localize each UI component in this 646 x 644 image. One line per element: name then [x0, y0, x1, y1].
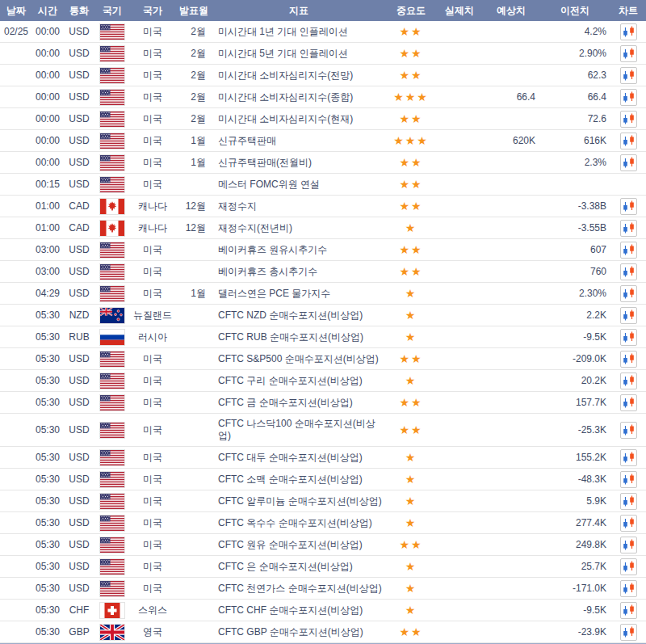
- candlestick-chart-icon[interactable]: [620, 111, 637, 128]
- event-row: 01:00 CAD 캐나다 12월 재정수지 ★★ -3.38B: [0, 196, 646, 217]
- indicator-link[interactable]: CFTC 옥수수 순매수포지션(비상업): [218, 517, 372, 528]
- currency-cell: USD: [63, 288, 95, 299]
- event-row: 05:30 USD 미국 CFTC 원유 순매수포지션(비상업) ★★ 249.…: [0, 534, 646, 556]
- previous-value-cell: 157.7K: [539, 397, 610, 408]
- currency-cell: CAD: [63, 222, 95, 234]
- candlestick-chart-icon[interactable]: [620, 242, 637, 259]
- flag-us-icon: [99, 515, 125, 532]
- time-cell: 05:30: [32, 452, 63, 463]
- flag-us-icon: [99, 133, 125, 149]
- candlestick-chart-icon[interactable]: [620, 558, 637, 575]
- candlestick-chart-icon[interactable]: [620, 351, 637, 368]
- event-row: 03:00 USD 미국 베이커휴즈 원유시추기수 ★★ 607: [0, 239, 646, 261]
- candlestick-chart-icon[interactable]: [620, 537, 637, 554]
- candlestick-chart-icon[interactable]: [620, 449, 637, 466]
- candlestick-chart-icon[interactable]: [620, 263, 637, 280]
- candlestick-chart-icon[interactable]: [620, 602, 637, 619]
- candlestick-chart-icon[interactable]: [620, 394, 637, 411]
- flag-us-icon: [99, 493, 125, 510]
- currency-cell: USD: [63, 135, 95, 146]
- candlestick-chart-icon[interactable]: [620, 45, 637, 62]
- currency-cell: USD: [63, 26, 95, 37]
- time-cell: 05:30: [32, 626, 63, 638]
- indicator-link[interactable]: CFTC 알루미늄 순매수포지션(비상업): [218, 495, 382, 507]
- previous-value-cell: -3.55B: [539, 222, 610, 234]
- indicator-link[interactable]: CFTC 은 순매수포지션(비상업): [218, 561, 353, 572]
- indicator-link[interactable]: CFTC 천연가스 순매수포지션(비상업): [218, 583, 382, 594]
- flag-us-icon: [99, 558, 125, 575]
- candlestick-chart-icon[interactable]: [620, 67, 637, 84]
- country-cell: 미국: [129, 178, 176, 192]
- event-row: 00:00 USD 미국 2월 미시간대 소비자심리지수(종합) ★★★ 66.…: [0, 86, 646, 108]
- indicator-link[interactable]: CFTC GBP 순매수포지션(비상업): [218, 626, 363, 638]
- indicator-link[interactable]: 메스터 FOMC위원 연설: [218, 179, 320, 190]
- header-flag: 국기: [95, 4, 129, 18]
- indicator-link[interactable]: CFTC S&P500 순매수포지션(비상업): [218, 353, 379, 364]
- country-cell: 미국: [129, 25, 176, 39]
- currency-cell: USD: [63, 266, 95, 277]
- candlestick-chart-icon[interactable]: [620, 133, 637, 149]
- previous-value-cell: 5.9K: [539, 495, 610, 507]
- candlestick-chart-icon[interactable]: [620, 285, 637, 302]
- importance-stars-icon: ★: [405, 560, 417, 573]
- indicator-link[interactable]: 재정수지(전년비): [218, 222, 292, 234]
- header-month: 발표월: [176, 4, 212, 18]
- indicator-link[interactable]: 재정수지: [218, 200, 257, 212]
- indicator-link[interactable]: CFTC 금 순매수포지션(비상업): [218, 397, 353, 408]
- country-cell: 스위스: [129, 604, 176, 617]
- previous-value-cell: 760: [539, 266, 610, 277]
- candlestick-chart-icon[interactable]: [620, 373, 637, 389]
- candlestick-chart-icon[interactable]: [620, 580, 637, 597]
- candlestick-chart-icon[interactable]: [620, 422, 637, 439]
- previous-value-cell: 20.2K: [539, 375, 610, 386]
- indicator-link[interactable]: CFTC 구리 순매수포지션(비상업): [218, 375, 363, 386]
- candlestick-chart-icon[interactable]: [620, 198, 637, 215]
- country-cell: 미국: [129, 243, 176, 257]
- indicator-link[interactable]: CFTC 원유 순매수포지션(비상업): [218, 539, 363, 550]
- flag-us-icon: [99, 67, 125, 84]
- indicator-link[interactable]: 댈러스연은 PCE 물가지수: [218, 288, 330, 299]
- indicator-link[interactable]: 미시간대 5년 기대 인플레이션: [218, 48, 348, 59]
- candlestick-chart-icon[interactable]: [620, 307, 637, 324]
- previous-value-cell: -9.5K: [539, 331, 610, 343]
- candlestick-chart-icon[interactable]: [620, 471, 637, 488]
- candlestick-chart-icon[interactable]: [620, 624, 637, 641]
- header-date: 날짜: [0, 4, 32, 18]
- country-cell: 미국: [129, 352, 176, 366]
- indicator-link[interactable]: 미시간대 소비자심리지수(전망): [218, 69, 353, 81]
- header-indicator: 지표: [212, 4, 386, 18]
- indicator-link[interactable]: CFTC NZD 순매수포지션(비상업): [218, 309, 363, 321]
- indicator-link[interactable]: 베이커휴즈 총시추기수: [218, 266, 317, 277]
- candlestick-chart-icon[interactable]: [620, 515, 637, 532]
- indicator-link[interactable]: CFTC 소맥 순매수포지션(비상업): [218, 474, 363, 485]
- indicator-link[interactable]: CFTC 나스닥100 순매수포지션(비상업): [218, 418, 375, 441]
- candlestick-chart-icon[interactable]: [620, 329, 637, 346]
- indicator-link[interactable]: 미시간대 소비자심리지수(현재): [218, 113, 353, 124]
- header-actual: 실제치: [436, 4, 483, 18]
- candlestick-chart-icon[interactable]: [620, 493, 637, 510]
- candlestick-chart-icon[interactable]: [620, 220, 637, 237]
- indicator-link[interactable]: 신규주택판매: [218, 135, 276, 146]
- importance-stars-icon: ★★: [399, 156, 422, 169]
- candlestick-chart-icon[interactable]: [620, 154, 637, 171]
- importance-stars-icon: ★: [405, 495, 417, 507]
- indicator-link[interactable]: CFTC CHF 순매수포지션(비상업): [218, 604, 363, 616]
- time-cell: 05:30: [32, 604, 63, 616]
- flag-ca-icon: [99, 220, 125, 237]
- previous-value-cell: -171.0K: [539, 583, 610, 594]
- event-row: 05:30 USD 미국 CFTC S&P500 순매수포지션(비상업) ★★ …: [0, 348, 646, 370]
- indicator-link[interactable]: 미시간대 소비자심리지수(종합): [218, 91, 353, 103]
- candlestick-chart-icon[interactable]: [620, 23, 637, 40]
- indicator-link[interactable]: 베이커휴즈 원유시추기수: [218, 244, 327, 255]
- indicator-link[interactable]: 미시간대 1년 기대 인플레이션: [218, 26, 348, 37]
- candlestick-chart-icon[interactable]: [620, 89, 637, 106]
- indicator-link[interactable]: CFTC 대두 순매수포지션(비상업): [218, 452, 363, 463]
- indicator-link[interactable]: CFTC RUB 순매수포지션(비상업): [218, 331, 363, 343]
- time-cell: 05:30: [32, 495, 63, 507]
- currency-cell: USD: [63, 353, 95, 364]
- indicator-link[interactable]: 신규주택판매(전월비): [218, 157, 312, 168]
- time-cell: 03:00: [32, 244, 63, 255]
- previous-value-cell: 2.30%: [539, 288, 610, 299]
- time-cell: 05:30: [32, 375, 63, 386]
- currency-cell: USD: [63, 69, 95, 81]
